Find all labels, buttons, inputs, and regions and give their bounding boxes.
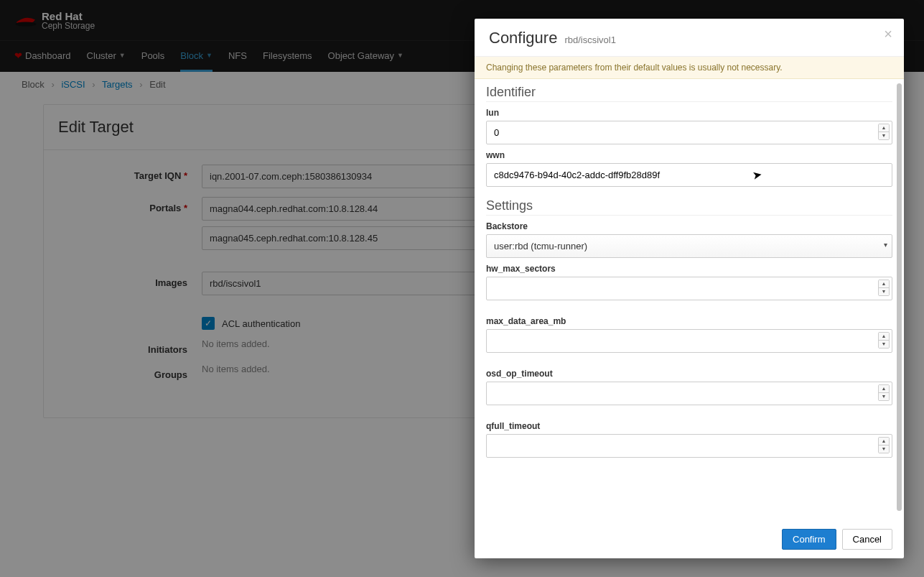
modal-footer: Confirm Cancel	[475, 520, 904, 558]
label-wwn: wwn	[486, 150, 892, 160]
spinner[interactable]: ▲▼	[878, 384, 890, 401]
confirm-button[interactable]: Confirm	[782, 529, 836, 550]
label-qfull-timeout: qfull_timeout	[486, 421, 892, 431]
modal-subtitle: rbd/iscsivol1	[564, 34, 616, 45]
close-icon[interactable]: ×	[884, 26, 892, 42]
backstore-value: user:rbd (tcmu-runner)	[494, 241, 587, 251]
osd-op-timeout-input[interactable]	[486, 382, 892, 405]
modal-title: Configure	[489, 29, 557, 47]
chevron-down-icon: ▾	[884, 241, 887, 249]
configure-modal: × Configure rbd/iscsivol1 Changing these…	[475, 19, 904, 558]
label-lun: lun	[486, 108, 892, 118]
cancel-button[interactable]: Cancel	[842, 529, 892, 550]
scrollbar-thumb[interactable]	[897, 83, 902, 511]
spinner[interactable]: ▲▼	[878, 437, 890, 453]
label-osd-op-timeout: osd_op_timeout	[486, 369, 892, 379]
spinner[interactable]: ▲▼	[878, 280, 890, 296]
label-max-data-area-mb: max_data_area_mb	[486, 316, 892, 326]
label-hw-max-sectors: hw_max_sectors	[486, 264, 892, 274]
section-settings: Settings	[486, 198, 892, 216]
modal-body[interactable]: Changing these parameters from their def…	[475, 57, 904, 520]
wwn-input[interactable]	[486, 163, 892, 187]
spinner[interactable]: ▲▼	[878, 124, 890, 140]
max-data-area-mb-input[interactable]	[486, 329, 892, 353]
warning-banner: Changing these parameters from their def…	[475, 57, 904, 79]
qfull-timeout-input[interactable]	[486, 434, 892, 458]
section-identifier: Identifier	[486, 85, 892, 102]
backstore-select[interactable]: user:rbd (tcmu-runner) ▾	[486, 234, 892, 258]
lun-input[interactable]	[486, 121, 892, 144]
hw-max-sectors-input[interactable]	[486, 277, 892, 300]
spinner[interactable]: ▲▼	[878, 332, 890, 348]
label-backstore: Backstore	[486, 221, 892, 231]
